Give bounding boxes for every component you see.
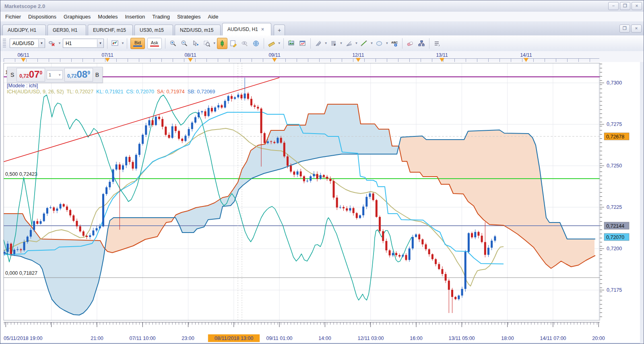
sell-price-button[interactable]: 0,72070 [17,68,45,82]
period-select[interactable]: H1▼ [63,39,104,48]
text-label-icon[interactable]: ABC [389,38,400,49]
auto-scroll-icon[interactable] [239,38,250,49]
tab-nzd-usd-m15[interactable]: NZD/USD, m15 [175,25,221,35]
ruler-icon[interactable] [266,38,277,49]
window-title: Marketscope 2.0 [0,3,45,9]
bid-button[interactable]: Bid [130,38,145,49]
amount-input[interactable]: 1▼ [47,70,63,79]
date-label: 13/11 [436,52,448,58]
price-chart[interactable]: 1,000 0,730190,500 0,724230,000 0,718270… [0,62,644,344]
right-window-edge [640,62,644,344]
chart-type-icon[interactable] [110,38,120,49]
svg-text:20:00: 20:00 [592,336,605,341]
tab-aud-jpy-h1[interactable]: AUD/JPY, H1 [2,25,46,35]
toolbar-separator [127,38,127,49]
chart-window-icon[interactable] [297,38,308,49]
candle-tool-icon[interactable] [217,38,227,49]
svg-text:F: F [334,43,336,46]
zoom-box-icon[interactable] [202,38,212,49]
toolbar-grip[interactable] [3,39,6,48]
close-button[interactable]: × [632,2,642,10]
zoom-in-icon[interactable] [168,38,178,49]
pitchfork-icon[interactable] [313,38,324,49]
trendline-icon-dropdown[interactable]: ▼ [370,41,373,45]
amount-dropdown-icon[interactable]: ▼ [58,73,62,77]
tab-ger30-h1[interactable]: GER30, H1 [47,25,86,35]
svg-text:21:00: 21:00 [91,336,103,341]
svg-text:0,7175: 0,7175 [607,287,622,293]
minimize-button[interactable]: – [608,2,619,10]
eraser-icon[interactable] [405,38,415,49]
menu-item-trading[interactable]: Trading [149,12,173,21]
menu-bar: FichierDispositionsGraphiquesModelesInse… [0,12,644,22]
svg-text:0,7250: 0,7250 [607,163,622,169]
legend-part: CS: 0,72070 [124,89,154,95]
toolbar-separator [310,38,311,49]
unlink-icon[interactable] [47,38,57,49]
svg-text:09/11 01:00: 09/11 01:00 [266,336,292,341]
tab-restore-button[interactable]: ❐ [619,25,630,33]
tab-aud-usd-h1[interactable]: AUD/USD, H1× [222,23,271,35]
ask-button[interactable]: Ask [147,38,162,49]
tab-eur-chf-m15[interactable]: EUR/CHF, m15 [88,25,133,35]
symbol-select-value: AUD/USD [12,41,34,46]
chart-area[interactable]: 1,000 0,730190,500 0,724230,000 0,718270… [0,62,644,344]
date-label: 06/11 [17,52,29,58]
menu-item-modeles[interactable]: Modeles [95,12,121,21]
tab-strip: AUD/JPY, H1GER30, H1EUR/CHF, m15US30, m1… [0,21,644,36]
ellipse-icon-dropdown[interactable]: ▼ [385,41,388,45]
buy-price-button[interactable]: 0,72089 [64,68,93,82]
zoom-box-icon-dropdown[interactable]: ▼ [213,41,216,45]
trendline-icon[interactable] [359,38,369,49]
chevron-down-icon[interactable]: ▼ [38,39,45,47]
svg-text:0,7300: 0,7300 [607,80,622,86]
ruler-icon-dropdown[interactable]: ▼ [278,41,281,45]
pitchfork-icon-dropdown[interactable]: ▼ [324,41,328,45]
gann-fan-icon-dropdown[interactable]: ▼ [355,41,358,45]
fibonacci-icon[interactable]: F [328,38,339,49]
chevron-down-icon[interactable]: ▼ [97,39,103,47]
sell-label: S [10,72,15,78]
ask-button-label: Ask [151,40,158,45]
tab-close-icon[interactable]: × [261,27,264,32]
date-marker-icon [105,58,110,62]
tab-close-button[interactable]: × [631,25,642,33]
period-select-value: H1 [66,41,72,46]
date-label: 08/11 [184,52,196,58]
bid-button-label: Bid [134,40,141,45]
gann-fan-icon[interactable] [344,38,354,49]
add-image-icon[interactable] [286,38,297,49]
new-tab-button[interactable]: + [274,25,285,35]
symbol-select[interactable]: AUD/USD▼ [10,39,45,48]
fibonacci-icon-dropdown[interactable]: ▼ [340,41,343,45]
zoom-out-icon[interactable] [179,38,190,49]
date-label: 14/11 [520,52,532,58]
web-link-icon[interactable] [251,38,261,49]
pointer-add-icon[interactable] [190,38,201,49]
date-marker-icon [356,58,361,62]
edit-note-icon[interactable] [228,38,239,49]
svg-text:05/11/2018 19:00: 05/11/2018 19:00 [4,336,42,341]
menu-item-strategies[interactable]: Strategies [174,12,204,21]
ichimoku-legend: ICH(AUD/USD, 9, 26, 52) TL: 0,72027 KL: … [7,89,215,95]
chart-type-icon-dropdown[interactable]: ▼ [121,41,124,45]
toolbar-separator [402,38,402,49]
more-tools-icon[interactable] [432,38,442,49]
menu-item-fichier[interactable]: Fichier [2,12,24,21]
svg-text:16:00: 16:00 [410,336,422,341]
legend-part: KL: 0,71921 [93,89,123,95]
unlink-icon-dropdown[interactable]: ▼ [58,41,61,45]
svg-text:0,72070: 0,72070 [606,235,624,240]
svg-text:23:00: 23:00 [182,336,194,341]
tab-us30-m15[interactable]: US30, m15 [134,25,173,35]
menu-item-dispositions[interactable]: Dispositions [25,12,60,21]
marketscope-window: Marketscope 2.0 – ❐ × FichierDisposition… [0,0,644,344]
menu-item-insertion[interactable]: Insertion [122,12,148,21]
object-tree-icon[interactable] [416,38,427,49]
tab-label: GER30, H1 [53,27,77,33]
ellipse-icon[interactable] [374,38,384,49]
menu-item-graphiques[interactable]: Graphiques [60,12,94,21]
menu-item-aide[interactable]: Aide [205,12,222,21]
tab-label: US30, m15 [140,27,164,33]
restore-button[interactable]: ❐ [620,2,630,10]
